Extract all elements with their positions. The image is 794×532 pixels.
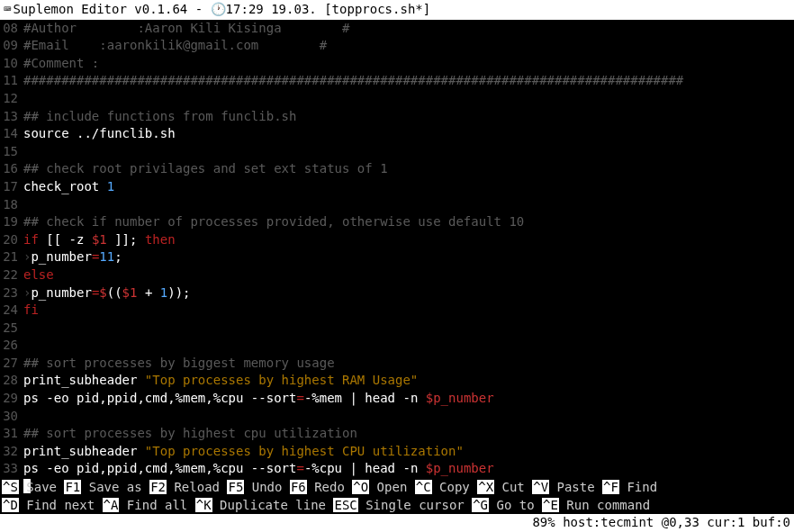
code-line[interactable]: 27## sort processes by biggest memory us…	[0, 355, 794, 373]
line-content[interactable]: fi	[23, 302, 794, 320]
line-content[interactable]: ## check root privilages and set ext sta…	[23, 160, 794, 178]
line-number: 19	[0, 213, 23, 231]
line-content[interactable]: ########################################…	[23, 72, 794, 90]
line-content[interactable]	[23, 196, 794, 214]
code-line[interactable]: 25	[0, 320, 794, 338]
code-line[interactable]: 26	[0, 337, 794, 355]
line-content[interactable]: ## include functions from funclib.sh	[23, 108, 794, 126]
line-number: 12	[0, 90, 23, 108]
code-line[interactable]: 21›p_number=11;	[0, 248, 794, 266]
shortcut-label: Reload	[167, 480, 227, 494]
line-content[interactable]: source ../funclib.sh	[23, 125, 794, 143]
status-bar: 89% host:tecmint @0,33 cur:1 buf:0	[0, 514, 794, 532]
editor-area[interactable]: 08#Author :Aaron Kili Kisinga #09#Email …	[0, 20, 794, 496]
line-number: 23	[0, 284, 23, 302]
token-normal: ]];	[107, 232, 145, 247]
code-line[interactable]: 24fi	[0, 302, 794, 320]
code-line[interactable]: 12	[0, 90, 794, 108]
code-line[interactable]: 18	[0, 196, 794, 214]
line-content[interactable]: #Email :aaronkilik@gmail.com #	[23, 37, 794, 55]
token-keyword: else	[23, 267, 54, 282]
shortcut-label: Save as	[81, 480, 149, 494]
code-line[interactable]: 11######################################…	[0, 72, 794, 90]
shortcut-key: ^C	[415, 480, 432, 494]
code-line[interactable]: 30	[0, 408, 794, 426]
token-normal: p_number	[31, 249, 91, 264]
code-line[interactable]: 29ps -eo pid,ppid,cmd,%mem,%cpu --sort=-…	[0, 390, 794, 408]
shortcut-label: Redo	[307, 480, 353, 494]
header-file: [topprocs.sh*]	[317, 1, 430, 19]
shortcut-key: ^F	[602, 480, 619, 494]
line-content[interactable]: #Comment :	[23, 55, 794, 73]
line-number: 25	[0, 320, 23, 338]
line-number: 32	[0, 443, 23, 461]
line-content[interactable]: print_subheader "Top processes by highes…	[23, 443, 794, 461]
line-number: 30	[0, 408, 23, 426]
line-content[interactable]	[23, 143, 794, 161]
token-number: 11	[99, 249, 114, 264]
line-content[interactable]	[23, 320, 794, 338]
line-content[interactable]: print_subheader "Top processes by highes…	[23, 372, 794, 390]
shortcut-key: F5	[227, 480, 244, 494]
shortcut-key: ^K	[195, 498, 212, 512]
shortcut-label: Paste	[549, 480, 602, 494]
line-number: 08	[0, 20, 23, 38]
shortcut-key: F1	[64, 480, 81, 494]
line-number: 09	[0, 37, 23, 55]
shortcut-label: Find next	[19, 498, 103, 512]
code-line[interactable]: 32print_subheader "Top processes by high…	[0, 443, 794, 461]
code-line[interactable]: 13## include functions from funclib.sh	[0, 108, 794, 126]
code-line[interactable]: 08#Author :Aaron Kili Kisinga #	[0, 20, 794, 38]
code-line[interactable]: 14source ../funclib.sh	[0, 125, 794, 143]
token-variable: $	[99, 285, 106, 300]
code-line[interactable]: 16## check root privilages and set ext s…	[0, 160, 794, 178]
shortcut-label: Find all	[119, 498, 194, 512]
code-line[interactable]: 20if [[ -z $1 ]]; then	[0, 231, 794, 249]
line-content[interactable]	[23, 337, 794, 355]
code-line[interactable]: 10#Comment :	[0, 55, 794, 73]
shortcut-key: F2	[149, 480, 167, 494]
token-normal: ));	[167, 285, 190, 300]
shortcuts-row: ^S Save F1 Save as F2 Reload F5 Undo F6 …	[0, 479, 794, 497]
code-line[interactable]: 15	[0, 143, 794, 161]
code-line[interactable]: 22else	[0, 266, 794, 284]
line-content[interactable]: ## check if number of processes provided…	[23, 213, 794, 231]
line-number: 28	[0, 372, 23, 390]
line-content[interactable]: ## sort processes by highest cpu utiliza…	[23, 425, 794, 443]
line-content[interactable]: ps -eo pid,ppid,cmd,%mem,%cpu --sort=-%m…	[23, 390, 794, 408]
shortcut-label: Copy	[432, 480, 478, 494]
token-variable: $1	[92, 232, 107, 247]
code-line[interactable]: 33ps -eo pid,ppid,cmd,%mem,%cpu --sort=-…	[0, 460, 794, 478]
token-variable: $p_number	[426, 461, 494, 475]
token-variable: $1	[122, 285, 138, 300]
shortcut-key: ^V	[532, 480, 549, 494]
line-content[interactable]: check_root 1	[23, 178, 794, 196]
token-number: 1	[160, 285, 167, 300]
code-line[interactable]: 19## check if number of processes provid…	[0, 213, 794, 231]
line-content[interactable]	[23, 408, 794, 426]
line-content[interactable]	[23, 90, 794, 108]
line-content[interactable]: #Author :Aaron Kili Kisinga #	[23, 20, 794, 38]
line-content[interactable]: ›p_number=$(($1 + 1));	[23, 284, 794, 302]
token-comment: #Email :aaronkilik@gmail.com #	[23, 38, 327, 52]
code-line[interactable]: 23›p_number=$(($1 + 1));	[0, 284, 794, 302]
code-line[interactable]: 17check_root 1	[0, 178, 794, 196]
line-content[interactable]: ›p_number=11;	[23, 248, 794, 266]
shortcut-label: Go to	[489, 498, 542, 512]
header-bar: ⌨Suplemon Editor v0.1.64 - 🕐17:29 19.03.…	[0, 0, 794, 20]
token-keyword: then	[145, 232, 176, 247]
token-normal: -%mem | head -n	[304, 391, 426, 405]
line-number: 10	[0, 55, 23, 73]
line-content[interactable]: if [[ -z $1 ]]; then	[23, 231, 794, 249]
token-keyword: =	[296, 391, 303, 405]
code-line[interactable]: 09#Email :aaronkilik@gmail.com #	[0, 37, 794, 55]
line-content[interactable]: ## sort processes by biggest memory usag…	[23, 355, 794, 373]
line-number: 22	[0, 266, 23, 284]
token-normal: [[ -z	[39, 232, 92, 247]
shortcut-key: ^A	[103, 498, 120, 512]
line-content[interactable]: ps -eo pid,ppid,cmd,%mem,%cpu --sort=-%c…	[23, 460, 794, 478]
code-line[interactable]: 28print_subheader "Top processes by high…	[0, 372, 794, 390]
line-content[interactable]: else	[23, 266, 794, 284]
code-line[interactable]: 31## sort processes by highest cpu utili…	[0, 425, 794, 443]
token-normal: ps -eo pid,ppid,cmd,%mem,%cpu --sort	[23, 391, 296, 405]
